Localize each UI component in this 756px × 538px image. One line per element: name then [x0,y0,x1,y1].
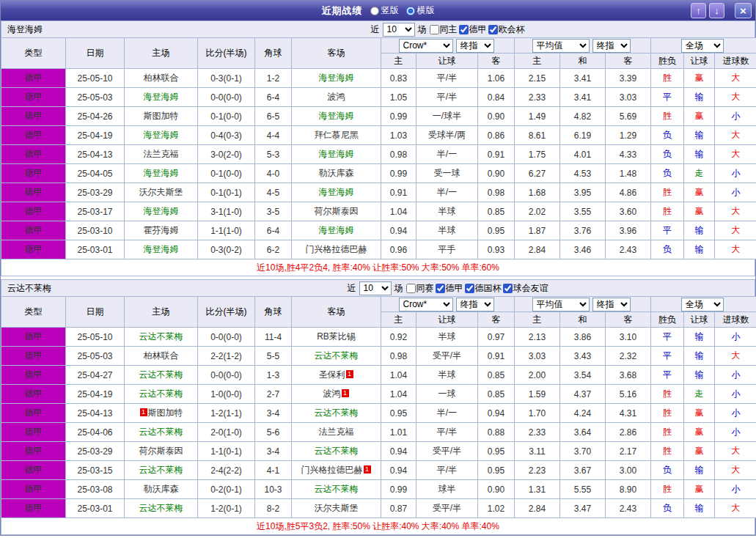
odds-line-cell: 平手 [416,240,478,259]
scope-select[interactable]: 全场 [681,39,724,53]
team-label: 云达不莱梅 [139,427,183,437]
date-cell: 25-03-01 [66,240,125,259]
odds-away-cell: 0.90 [478,164,515,183]
team-label: 门兴格拉德巴赫 [301,465,363,475]
odds-home-cell: 0.83 [381,69,416,88]
odds-away-cell: 0.86 [478,126,515,145]
filter-option-欧会杯[interactable]: 欧会杯 [488,23,525,36]
match-row: 德甲25-04-27云达不莱梅0-0(0-0)1-3圣保利11.04半球0.85… [1,366,756,385]
corner-cell: 2-7 [255,385,292,404]
avg-away-cell: 2.17 [606,442,651,461]
final-odds-select[interactable]: 终指 [456,298,494,312]
score-cell: 1-1(0-1) [198,442,255,461]
away-team-cell: 海登海姆 [292,69,381,88]
filter-option-德甲[interactable]: 德甲 [436,282,463,295]
layout-option-vertical[interactable]: 竖版 [370,4,399,17]
avg-draw-cell: 3.54 [560,366,606,385]
odds-away-cell: 0.85 [478,366,515,385]
filter-checkbox[interactable] [503,284,513,293]
final-odds-select[interactable]: 终指 [456,39,494,53]
vertical-layout-radio[interactable] [370,7,379,15]
team-label: 波鸿 [323,388,341,399]
filter-checkbox[interactable] [406,284,416,293]
goals-cell: 大 [715,126,756,145]
date-cell: 25-03-08 [66,480,125,499]
avg-home-cell: 2.84 [515,240,560,259]
red-card-badge: 1 [342,389,349,397]
odds-away-cell: 0.95 [478,461,515,480]
corner-cell: 4-0 [255,164,292,183]
filter-checkbox[interactable] [488,25,498,34]
odds-line-cell: 球半 [416,480,478,499]
result-cell: 负 [651,145,684,164]
layout-option-horizontal[interactable]: 横版 [406,4,435,17]
move-up-button[interactable]: ↑ [691,3,706,18]
horizontal-layout-radio[interactable] [406,7,415,15]
filter-option-德甲[interactable]: 德甲 [459,23,487,36]
odds-away-cell: 0.88 [478,423,515,442]
filter-option-德国杯[interactable]: 德国杯 [465,282,502,295]
corner-cell: 6-4 [255,221,292,240]
filter-checkbox[interactable] [459,25,469,34]
filter-checkbox[interactable] [465,284,474,293]
home-team-cell: 海登海姆 [125,88,198,107]
col-header-type: 类型 [1,38,66,69]
filter-option-同主[interactable]: 同主 [430,23,458,36]
close-button[interactable]: × [735,3,752,18]
filter-games-select[interactable]: 10 [359,281,392,295]
filter-options: 同主德甲欧会杯 [430,23,525,36]
team-label: 勒沃库森 [319,168,354,178]
filter-checkbox[interactable] [430,25,439,34]
average-odds-select[interactable]: 平均值 [532,39,590,53]
odds-away-cell: 0.97 [478,328,515,347]
avg-draw-cell: 4.01 [560,145,606,164]
league-cell: 德甲 [1,347,66,366]
away-team-cell: 海登海姆 [292,145,381,164]
goals-cell: 大 [715,88,756,107]
results-table: 类型 日期 主场 比分(半场) 角球 客场 Crow*终指 平均值终指 全场 [1,296,756,518]
match-row: 德甲25-04-06云达不莱梅2-0(1-0)5-6法兰克福1.01平/半0.8… [1,423,756,442]
avg-draw-cell: 3.64 [560,423,606,442]
final-odds-select-2[interactable]: 终指 [592,39,631,53]
filter-option-球会友谊[interactable]: 球会友谊 [503,282,548,295]
col-header-home: 主场 [125,38,198,69]
date-cell: 25-03-01 [66,499,125,518]
home-team-cell: 云达不莱梅 [125,328,198,347]
date-cell: 25-04-19 [66,126,125,145]
avg-home-cell: 2.15 [515,69,560,88]
result-cell: 平 [651,88,684,107]
average-odds-select[interactable]: 平均值 [532,298,590,312]
handicap-result-cell: 赢 [684,404,715,423]
away-team-cell: 沃尔夫斯堡 [292,499,381,518]
away-team-cell: 波鸿1 [292,385,381,404]
goals-cell: 大 [715,461,756,480]
result-cell: 胜 [651,107,684,126]
handicap-result-cell: 输 [684,347,715,366]
scope-select[interactable]: 全场 [681,298,724,312]
match-row: 德甲25-05-10云达不莱梅0-0(0-0)11-4RB莱比锡0.92半球0.… [1,328,756,347]
handicap-result-cell: 赢 [684,107,715,126]
odds-line-cell: 受一球 [416,164,478,183]
col-header-avg-away: 客 [606,312,651,328]
result-cell: 平 [651,328,684,347]
filter-option-label: 球会友谊 [513,282,548,295]
filter-games-select[interactable]: 10 [383,23,415,37]
move-down-button[interactable]: ↓ [709,3,724,18]
titlebar-buttons: ↑ ↓ × [691,3,752,18]
avg-draw-cell: 3.70 [560,442,606,461]
team-label: 沃尔夫斯堡 [139,187,183,197]
league-cell: 德甲 [1,221,66,240]
date-cell: 25-03-17 [66,202,125,221]
result-cell: 平 [651,366,684,385]
home-team-cell: 海登海姆 [125,240,198,259]
bookmaker-select[interactable]: Crow* [399,39,453,53]
avg-home-cell: 2.33 [515,88,560,107]
result-cell: 胜 [651,69,684,88]
score-cell: 0-0(0-0) [198,328,255,347]
col-header-score: 比分(半场) [198,297,255,328]
filter-checkbox[interactable] [436,284,445,293]
avg-draw-cell: 3.43 [560,347,606,366]
final-odds-select-2[interactable]: 终指 [592,298,631,312]
filter-option-同赛[interactable]: 同赛 [406,282,434,295]
bookmaker-select[interactable]: Crow* [399,298,453,312]
